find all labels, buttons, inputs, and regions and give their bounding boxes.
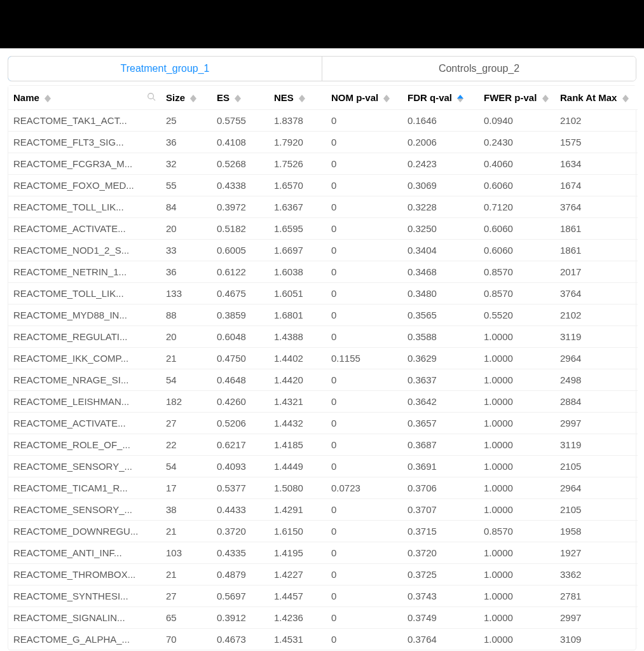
cell-nes: 1.4291	[269, 499, 326, 521]
table-row[interactable]: REACTOME_SENSORY_...380.44331.429100.370…	[8, 499, 638, 521]
sort-icon	[45, 95, 51, 102]
cell-size: 54	[161, 369, 212, 391]
cell-nom: 0	[326, 564, 402, 586]
cell-rank: 2997	[555, 607, 638, 629]
table-row[interactable]: REACTOME_TICAM1_R...170.53771.50800.0723…	[8, 477, 638, 499]
cell-es: 0.4335	[212, 542, 269, 564]
cell-nes: 1.4531	[269, 629, 326, 650]
cell-rank: 1958	[555, 521, 638, 542]
cell-fdr: 0.3565	[402, 305, 479, 326]
cell-nom: 0	[326, 175, 402, 196]
cell-fwer: 1.0000	[479, 629, 555, 650]
tab-controls[interactable]: Controls_group_2	[322, 57, 636, 81]
table-row[interactable]: REACTOME_IKK_COMP...210.47501.44020.1155…	[8, 348, 638, 369]
table-row[interactable]: REACTOME_MYD88_IN...880.38591.680100.356…	[8, 305, 638, 326]
table-row[interactable]: REACTOME_NRAGE_SI...540.46481.442000.363…	[8, 369, 638, 391]
table-row[interactable]: REACTOME_ACTIVATE...200.51821.659500.325…	[8, 218, 638, 240]
table-row[interactable]: REACTOME_FCGR3A_M...320.52681.752600.242…	[8, 153, 638, 175]
cell-fdr: 0.3707	[402, 499, 479, 521]
cell-fwer: 1.0000	[479, 348, 555, 369]
table-row[interactable]: REACTOME_TAK1_ACT...250.57551.837800.164…	[8, 110, 638, 132]
cell-fwer: 0.4060	[479, 153, 555, 175]
table-row[interactable]: REACTOME_DOWNREGU...210.37201.615000.371…	[8, 521, 638, 542]
cell-es: 0.4750	[212, 348, 269, 369]
table-row[interactable]: REACTOME_TOLL_LIK...840.39721.636700.322…	[8, 196, 638, 218]
cell-fdr: 0.3250	[402, 218, 479, 240]
tab-treatment[interactable]: Treatment_group_1	[8, 56, 322, 81]
cell-fwer: 0.8570	[479, 261, 555, 283]
cell-rank: 3109	[555, 629, 638, 650]
cell-rank: 2964	[555, 477, 638, 499]
table-row[interactable]: REACTOME_SENSORY_...540.40931.444900.369…	[8, 456, 638, 477]
col-nom[interactable]: NOM p-val	[326, 86, 402, 110]
cell-nes: 1.6150	[269, 521, 326, 542]
col-nes[interactable]: NES	[269, 86, 326, 110]
cell-fdr: 0.3749	[402, 607, 479, 629]
cell-rank: 2102	[555, 305, 638, 326]
cell-es: 0.4433	[212, 499, 269, 521]
cell-es: 0.5182	[212, 218, 269, 240]
cell-nes: 1.4185	[269, 434, 326, 456]
cell-size: 17	[161, 477, 212, 499]
cell-fwer: 1.0000	[479, 434, 555, 456]
col-es[interactable]: ES	[212, 86, 269, 110]
table-row[interactable]: REACTOME_ANTI_INF...1030.43351.419500.37…	[8, 542, 638, 564]
cell-fwer: 1.0000	[479, 391, 555, 413]
table-row[interactable]: REACTOME_LEISHMAN...1820.42601.432100.36…	[8, 391, 638, 413]
cell-nes: 1.6051	[269, 283, 326, 305]
table-row[interactable]: REACTOME_REGULATI...200.60481.438800.358…	[8, 326, 638, 348]
cell-name: REACTOME_FOXO_MED...	[8, 175, 161, 196]
cell-name: REACTOME_FLT3_SIG...	[8, 132, 161, 153]
cell-fdr: 0.3743	[402, 586, 479, 607]
cell-name: REACTOME_NRAGE_SI...	[8, 369, 161, 391]
table-row[interactable]: REACTOME_FOXO_MED...550.43381.657000.306…	[8, 175, 638, 196]
col-fdr[interactable]: FDR q-val	[402, 86, 479, 110]
table-row[interactable]: REACTOME_SYNTHESI...270.56971.445700.374…	[8, 586, 638, 607]
col-size[interactable]: Size	[161, 86, 212, 110]
cell-size: 32	[161, 153, 212, 175]
cell-name: REACTOME_SENSORY_...	[8, 499, 161, 521]
cell-rank: 2964	[555, 348, 638, 369]
cell-nom: 0	[326, 110, 402, 132]
table-row[interactable]: REACTOME_TOLL_LIK...1330.46751.605100.34…	[8, 283, 638, 305]
cell-name: REACTOME_ACTIVATE...	[8, 218, 161, 240]
cell-nom: 0.0723	[326, 477, 402, 499]
cell-name: REACTOME_SYNTHESI...	[8, 586, 161, 607]
search-icon[interactable]	[147, 92, 156, 103]
table-row[interactable]: REACTOME_ACTIVATE...270.52061.443200.365…	[8, 413, 638, 434]
cell-fwer: 0.6060	[479, 218, 555, 240]
col-fwer[interactable]: FWER p-val	[479, 86, 555, 110]
col-rank-label: Rank At Max	[560, 92, 617, 103]
cell-nes: 1.7526	[269, 153, 326, 175]
results-table: Name Size	[8, 85, 636, 650]
cell-fdr: 0.3629	[402, 348, 479, 369]
cell-size: 21	[161, 564, 212, 586]
cell-name: REACTOME_FCGR3A_M...	[8, 153, 161, 175]
cell-es: 0.6005	[212, 240, 269, 261]
cell-nom: 0	[326, 261, 402, 283]
svg-line-3	[153, 99, 156, 101]
table-row[interactable]: REACTOME_FLT3_SIG...360.41081.792000.200…	[8, 132, 638, 153]
table-row[interactable]: REACTOME_SIGNALIN...650.39121.423600.374…	[8, 607, 638, 629]
col-nom-label: NOM p-val	[331, 92, 378, 103]
cell-name: REACTOME_SENSORY_...	[8, 456, 161, 477]
cell-rank: 1674	[555, 175, 638, 196]
table-row[interactable]: REACTOME_G_ALPHA_...700.46731.453100.376…	[8, 629, 638, 650]
table-row[interactable]: REACTOME_THROMBOX...210.48791.422700.372…	[8, 564, 638, 586]
cell-es: 0.4648	[212, 369, 269, 391]
cell-size: 21	[161, 521, 212, 542]
cell-size: 20	[161, 218, 212, 240]
table-row[interactable]: REACTOME_NOD1_2_S...330.60051.669700.340…	[8, 240, 638, 261]
cell-nes: 1.4402	[269, 348, 326, 369]
col-rank[interactable]: Rank At Max	[555, 86, 638, 110]
table-row[interactable]: REACTOME_ROLE_OF_...220.62171.418500.368…	[8, 434, 638, 456]
table-row[interactable]: REACTOME_NETRIN_1...360.61221.603800.346…	[8, 261, 638, 283]
cell-rank: 2105	[555, 456, 638, 477]
col-name[interactable]: Name	[8, 86, 161, 110]
svg-marker-17	[622, 99, 629, 102]
cell-nom: 0	[326, 153, 402, 175]
cell-fdr: 0.3637	[402, 369, 479, 391]
cell-nom: 0	[326, 413, 402, 434]
cell-fdr: 0.3480	[402, 283, 479, 305]
cell-fwer: 1.0000	[479, 456, 555, 477]
